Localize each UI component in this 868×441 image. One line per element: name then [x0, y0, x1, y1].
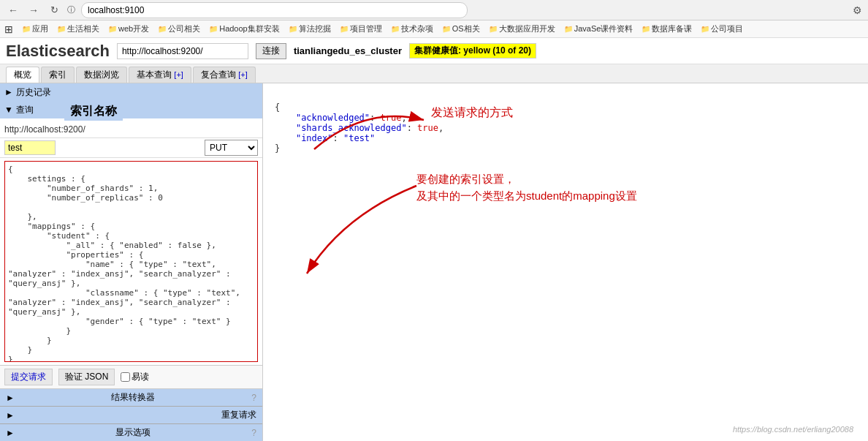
help-icon: ? [251, 393, 256, 403]
result-transformer-section[interactable]: ► 结果转换器 ? [0, 388, 262, 406]
index-row: GET POST PUT DELETE HEAD [0, 138, 262, 158]
bookmark-label: 应用 [32, 23, 48, 34]
history-section[interactable]: ► 历史记录 [0, 83, 262, 101]
folder-icon: 📁 [108, 25, 117, 33]
arrow-right-icon2: ► [6, 393, 15, 403]
left-panel: ► 历史记录 ▼ 查询 索引名称 http://localhost:9200/ … [0, 83, 263, 441]
method-select[interactable]: GET POST PUT DELETE HEAD [205, 140, 258, 156]
app-header: Elasticsearch 连接 tianliangedu_es_cluster… [0, 38, 868, 64]
validate-button[interactable]: 验证 JSON [58, 369, 115, 385]
show-options-label: 显示选项 [115, 426, 151, 439]
folder-icon: 📁 [158, 25, 167, 33]
repeat-request-label: 重复请求 [221, 409, 256, 421]
help-icon2: ? [251, 428, 256, 438]
bookmark-project[interactable]: 📁 项目管理 [337, 23, 385, 34]
bookmark-label: 技术杂项 [401, 23, 433, 34]
tab-complex-query[interactable]: 复合查询 [+] [193, 67, 256, 83]
folder-icon: 📁 [489, 25, 498, 33]
submit-button[interactable]: 提交请求 [4, 369, 53, 385]
tab-overview[interactable]: 概览 [6, 67, 39, 83]
arrow-right-icon3: ► [6, 410, 15, 421]
easy-read-checkbox[interactable]: 易读 [121, 371, 149, 383]
folder-icon: 📁 [57, 25, 66, 33]
cluster-name: tianliangedu_es_cluster [294, 45, 402, 56]
bookmark-label: JavaSe课件资料 [574, 23, 633, 34]
bookmark-company-proj[interactable]: 📁 公司项目 [698, 23, 746, 34]
folder-icon: 📁 [22, 25, 31, 33]
connect-button[interactable]: 连接 [256, 43, 286, 59]
back-button[interactable]: ← [6, 3, 20, 18]
json-editor[interactable]: { settings : { "number_of_shards" : 1, "… [4, 161, 258, 362]
folder-icon: 📁 [442, 25, 451, 33]
tab-index[interactable]: 索引 [41, 67, 75, 83]
security-icon: ⓘ [67, 4, 75, 15]
bottom-toolbar: 提交请求 验证 JSON 易读 [0, 365, 262, 388]
index-input[interactable] [4, 140, 56, 155]
folder-icon: 📁 [642, 25, 650, 33]
easy-read-input[interactable] [121, 372, 130, 382]
bookmark-bigdata[interactable]: 📁 大数据应用开发 [486, 23, 558, 34]
bookmark-hadoop[interactable]: 📁 Hadoop集群安装 [206, 23, 283, 34]
extensions-icon: ⚙ [853, 4, 862, 16]
bookmark-life[interactable]: 📁 生活相关 [54, 23, 102, 34]
bookmark-label: 大数据应用开发 [499, 23, 555, 34]
query-section[interactable]: ▼ 查询 索引名称 [0, 101, 262, 118]
folder-icon: 📁 [289, 25, 297, 33]
arrow-down-icon: ▼ [4, 105, 13, 115]
app-title: Elasticsearch [6, 42, 110, 61]
bookmark-java[interactable]: 📁 JavaSe课件资料 [561, 23, 636, 34]
arrow-right-icon4: ► [6, 428, 15, 438]
folder-icon: 📁 [209, 25, 218, 33]
bookmark-label: 项目管理 [350, 23, 382, 34]
bookmark-db[interactable]: 📁 数据库备课 [639, 23, 695, 34]
forward-button[interactable]: → [26, 3, 41, 18]
bookmark-apps[interactable]: 📁 应用 [19, 23, 51, 34]
folder-icon: 📁 [701, 25, 709, 33]
refresh-button[interactable]: ↻ [47, 3, 61, 18]
folder-icon: 📁 [340, 25, 349, 33]
result-transformer-label: 结果转换器 [111, 391, 155, 404]
bookmark-tech[interactable]: 📁 技术杂项 [388, 23, 436, 34]
easy-read-label: 易读 [132, 371, 149, 383]
bookmark-label: Hadoop集群安装 [219, 23, 280, 34]
bookmark-algo[interactable]: 📁 算法挖掘 [286, 23, 334, 34]
bookmark-label: 公司相关 [168, 23, 200, 34]
tab-basic-query[interactable]: 基本查询 [+] [129, 67, 191, 83]
folder-icon: 📁 [564, 25, 573, 33]
apps-icon[interactable]: ⊞ [4, 23, 13, 35]
main-content: ► 历史记录 ▼ 查询 索引名称 http://localhost:9200/ … [0, 83, 868, 441]
bookmark-label: 数据库备课 [652, 23, 692, 34]
bookmark-os[interactable]: 📁 OS相关 [439, 23, 483, 34]
tab-data-browse[interactable]: 数据浏览 [76, 67, 127, 83]
nav-tabs: 概览 索引 数据浏览 基本查询 [+] 复合查询 [+] [0, 64, 868, 83]
bookmark-label: OS相关 [452, 23, 480, 34]
url-row: http://localhost:9200/ [0, 121, 262, 138]
index-settings-annotation: 要创建的索引设置，及其中的一个类型名为student的mapping设置 [416, 171, 637, 204]
annotation-text: 要创建的索引设置，及其中的一个类型名为student的mapping设置 [416, 173, 637, 202]
bookmark-web[interactable]: 📁 web开发 [105, 23, 152, 34]
address-input[interactable] [81, 2, 468, 18]
bookmark-label: web开发 [118, 23, 149, 34]
right-panel: { "acknowledged": true, "shards_acknowle… [263, 83, 868, 441]
send-method-annotation: 发送请求的方式 [431, 105, 513, 121]
index-name-label: 索引名称 [64, 102, 123, 121]
history-label: 历史记录 [16, 86, 51, 99]
sidebar-top: ► 历史记录 ▼ 查询 索引名称 [0, 83, 262, 118]
cluster-url-input[interactable] [117, 43, 248, 59]
bookmarks-bar: ⊞ 📁 应用 📁 生活相关 📁 web开发 📁 公司相关 📁 Hadoop集群安… [0, 20, 868, 38]
bookmark-company[interactable]: 📁 公司相关 [155, 23, 203, 34]
cluster-health-badge: 集群健康值: yellow (10 of 20) [409, 43, 536, 59]
bookmark-label: 公司项目 [711, 23, 743, 34]
show-options-section[interactable]: ► 显示选项 ? [0, 423, 262, 441]
bookmark-label: 算法挖掘 [299, 23, 331, 34]
repeat-request-section[interactable]: ► 重复请求 [0, 406, 262, 423]
watermark: https://blog.csdn.net/erliang20088 [733, 425, 853, 434]
base-url-label: http://localhost:9200/ [4, 124, 85, 135]
query-label: 查询 [16, 104, 34, 116]
arrow-right-icon: ► [4, 87, 13, 97]
browser-bar: ← → ↻ ⓘ ⚙ [0, 0, 868, 20]
folder-icon: 📁 [391, 25, 400, 33]
bookmark-label: 生活相关 [67, 23, 99, 34]
